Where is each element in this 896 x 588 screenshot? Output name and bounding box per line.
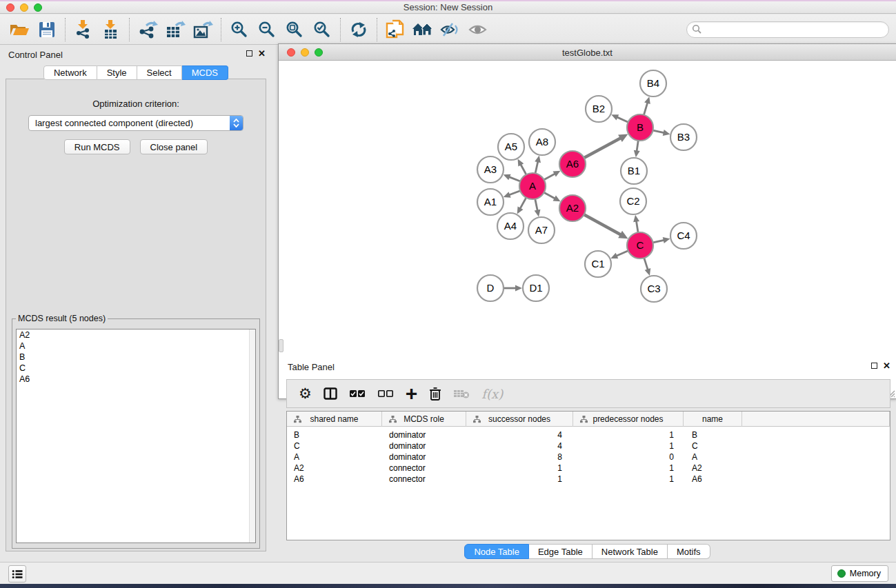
zoom-in-button[interactable] (226, 17, 253, 43)
network-canvas[interactable]: B4B2BB3A8A5A6A3B1AA1C2A2A4A7C4CC1C3DD1 (279, 61, 896, 398)
table-row[interactable]: Cdominator41C (287, 440, 890, 452)
deselect-all-rows-button[interactable] (377, 388, 394, 399)
cell-predecessor-nodes[interactable]: 0 (573, 452, 684, 463)
cell-MCDS-role[interactable]: connector (382, 474, 466, 485)
graph-edge[interactable] (653, 240, 664, 243)
export-image-button[interactable] (189, 17, 217, 43)
table-row[interactable]: Adominator80A (287, 452, 890, 463)
graph-edge[interactable] (544, 192, 555, 199)
cell-MCDS-role[interactable]: dominator (382, 452, 466, 463)
graph-edge[interactable] (644, 103, 647, 115)
cell-MCDS-role[interactable]: dominator (382, 440, 466, 452)
graph-edge[interactable] (509, 191, 520, 195)
tab-style[interactable]: Style (97, 65, 137, 80)
save-session-button[interactable] (33, 17, 61, 43)
graph-edge[interactable] (637, 141, 638, 151)
column-header-name[interactable]: name (684, 412, 742, 427)
search-input[interactable] (702, 23, 888, 37)
cell-predecessor-nodes[interactable]: 1 (573, 474, 684, 485)
graph-edge[interactable] (521, 164, 526, 174)
import-network-button[interactable] (70, 17, 97, 43)
graph-edge[interactable] (636, 221, 638, 233)
cell-successor-nodes[interactable]: 4 (466, 440, 573, 452)
show-columns-button[interactable] (323, 387, 337, 400)
zoom-fit-button[interactable] (281, 17, 308, 43)
float-panel-icon[interactable] (246, 50, 252, 57)
add-row-button[interactable]: + (406, 386, 418, 401)
cell-name[interactable]: C (684, 440, 742, 452)
export-network-button[interactable] (134, 17, 161, 43)
graph-edge[interactable] (509, 177, 520, 181)
float-table-panel-icon[interactable] (871, 363, 877, 369)
column-header-predecessor-nodes[interactable]: predecessor nodes (573, 412, 684, 427)
birds-eye-view-button[interactable] (409, 17, 437, 43)
result-list-scrollbar[interactable] (249, 330, 255, 543)
cell-successor-nodes[interactable]: 8 (466, 452, 573, 463)
show-task-history-button[interactable] (8, 565, 26, 582)
graph-edge[interactable] (584, 138, 621, 158)
cell-name[interactable]: A6 (684, 474, 742, 485)
close-panel-icon[interactable]: ✕ (258, 50, 266, 57)
mcds-result-item[interactable]: A2 (17, 330, 255, 341)
mcds-result-item[interactable]: B (17, 352, 255, 363)
cell-name[interactable]: A2 (684, 463, 742, 474)
cell-MCDS-role[interactable]: dominator (382, 429, 466, 440)
graph-edge[interactable] (535, 161, 538, 173)
cell-successor-nodes[interactable]: 4 (466, 429, 573, 440)
tab-motifs[interactable]: Motifs (668, 544, 710, 559)
mcds-result-item[interactable]: C (17, 363, 255, 374)
column-header-shared-name[interactable]: shared name (287, 412, 382, 427)
mcds-result-item[interactable]: A6 (17, 374, 255, 385)
apply-layout-button[interactable] (345, 17, 372, 43)
graph-edge[interactable] (535, 199, 537, 211)
tab-network-table[interactable]: Network Table (593, 544, 668, 559)
open-session-button[interactable] (6, 17, 33, 43)
cell-predecessor-nodes[interactable]: 1 (573, 440, 684, 452)
clone-network-button[interactable] (381, 17, 409, 43)
run-mcds-button[interactable]: Run MCDS (64, 139, 130, 154)
mcds-result-item[interactable]: A (17, 341, 255, 352)
cell-shared-name[interactable]: C (287, 440, 382, 452)
cell-successor-nodes[interactable]: 1 (466, 463, 573, 474)
graph-edge[interactable] (617, 117, 628, 122)
zoom-selected-button[interactable] (308, 17, 336, 43)
column-header-successor-nodes[interactable]: successor nodes (466, 412, 573, 427)
close-table-panel-icon[interactable]: ✕ (883, 362, 890, 369)
memory-button[interactable]: Memory (831, 565, 888, 582)
delete-table-button[interactable] (453, 388, 470, 399)
tab-node-table[interactable]: Node Table (464, 544, 529, 559)
network-graph[interactable]: B4B2BB3A8A5A6A3B1AA1C2A2A4A7C4CC1C3DD1 (279, 61, 896, 381)
delete-rows-button[interactable] (429, 387, 441, 401)
graph-edge[interactable] (653, 130, 664, 133)
cell-predecessor-nodes[interactable]: 1 (573, 429, 684, 440)
select-all-rows-button[interactable] (349, 388, 366, 399)
column-header-MCDS-role[interactable]: MCDS role (382, 412, 466, 427)
table-options-button[interactable]: ⚙ (299, 387, 312, 401)
table-row[interactable]: Bdominator41B (287, 429, 890, 440)
export-table-button[interactable] (161, 17, 189, 43)
tab-select[interactable]: Select (137, 65, 182, 80)
import-table-button[interactable] (97, 17, 125, 43)
cell-shared-name[interactable]: A6 (287, 474, 382, 485)
table-row[interactable]: A6connector11A6 (287, 474, 890, 485)
tab-edge-table[interactable]: Edge Table (529, 544, 593, 559)
cell-shared-name[interactable]: A2 (287, 463, 382, 474)
close-panel-button[interactable]: Close panel (140, 139, 208, 154)
graph-edge[interactable] (544, 174, 555, 180)
mcds-result-list[interactable]: A2ABCA6 (16, 329, 256, 543)
search-box[interactable] (686, 21, 889, 38)
graph-edge[interactable] (617, 251, 628, 256)
cell-shared-name[interactable]: A (287, 452, 382, 463)
cell-predecessor-nodes[interactable]: 1 (573, 463, 684, 474)
cell-name[interactable]: B (684, 429, 742, 440)
optimization-criterion-select[interactable]: largest connected component (directed) (28, 115, 243, 131)
zoom-out-button[interactable] (253, 17, 281, 43)
toggle-graphics-details-button[interactable] (437, 17, 464, 43)
network-window-titlebar[interactable]: testGlobe.txt (279, 44, 896, 61)
apply-function-button[interactable]: f(x) (481, 387, 503, 401)
show-hide-graphics-button[interactable] (464, 17, 492, 43)
cell-MCDS-role[interactable]: connector (382, 463, 466, 474)
tab-network[interactable]: Network (43, 65, 97, 80)
table-row[interactable]: A2connector11A2 (287, 463, 890, 474)
cell-successor-nodes[interactable]: 1 (466, 474, 573, 485)
